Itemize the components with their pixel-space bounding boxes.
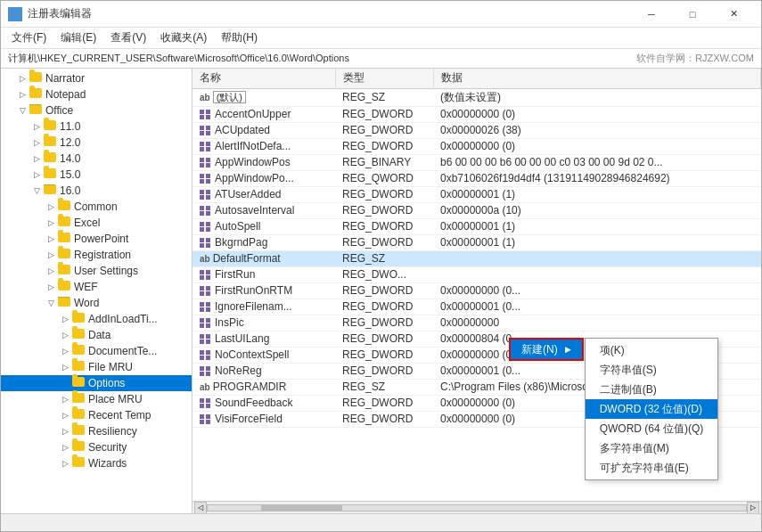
submenu-label: 二进制值(B): [600, 382, 657, 397]
svg-rect-59: [206, 340, 210, 344]
col-header-name[interactable]: 名称: [193, 69, 335, 88]
menu-help[interactable]: 帮助(H): [214, 29, 265, 47]
menu-file[interactable]: 文件(F): [4, 29, 53, 47]
cell-data: 0x00000000 (0): [433, 138, 761, 154]
submenu-item-expandable[interactable]: 可扩充字符串值(E): [586, 458, 718, 478]
tree-item-registration[interactable]: ▷ Registration: [1, 247, 192, 263]
svg-rect-71: [206, 404, 210, 408]
table-row[interactable]: abDefaultFormatREG_SZ: [193, 250, 761, 266]
tree-item-narrator[interactable]: ▷ Narrator: [1, 70, 192, 86]
table-row[interactable]: IgnoreFilenam...REG_DWORD0x00000001 (0..…: [193, 299, 761, 315]
tree-item-data[interactable]: ▷ Data: [1, 327, 192, 343]
svg-rect-64: [200, 366, 204, 371]
cell-data: 0x00000001 (0...: [433, 299, 761, 315]
svg-rect-24: [200, 190, 204, 194]
tree-toggle: ▷: [58, 360, 72, 374]
address-bar: 计算机\HKEY_CURRENT_USER\Software\Microsoft…: [1, 49, 761, 69]
minimize-button[interactable]: ─: [631, 1, 672, 28]
tree-item-options[interactable]: Options: [1, 375, 192, 391]
tree-item-documentte[interactable]: ▷ DocumentTe...: [1, 343, 192, 359]
svg-rect-46: [200, 291, 204, 296]
title-bar: 注册表编辑器 ─ □ ✕: [1, 1, 761, 28]
svg-rect-52: [200, 318, 204, 323]
table-row[interactable]: AppWindowPo...REG_QWORD0xb7106026f19d4df…: [193, 170, 761, 186]
svg-rect-54: [200, 323, 204, 328]
submenu-item-dword[interactable]: DWORD (32 位值)(D): [586, 399, 718, 419]
table-row[interactable]: FirstRunOnRTMREG_DWORD0x00000000 (0...: [193, 282, 761, 299]
tree-item-notepad[interactable]: ▷ Notepad: [1, 86, 192, 102]
folder-icon: [58, 297, 72, 309]
tree-label: Data: [88, 329, 111, 341]
tree-item-resiliency[interactable]: ▷ Resiliency: [1, 423, 192, 439]
tree-item-office[interactable]: ▽ Office: [1, 102, 192, 119]
cell-type: REG_DWORD: [335, 122, 433, 138]
new-menu-button[interactable]: 新建(N) ▶: [509, 338, 584, 361]
main-window: 注册表编辑器 ─ □ ✕ 文件(F) 编辑(E) 查看(V) 收藏夹(A) 帮助…: [0, 0, 762, 532]
table-row[interactable]: ACUpdatedREG_DWORD0x00000026 (38): [193, 122, 761, 138]
reg-icon: [200, 284, 215, 297]
submenu-item-binary[interactable]: 二进制值(B): [586, 380, 718, 399]
tree-item-12[interactable]: ▷ 12.0: [1, 135, 192, 151]
menu-view[interactable]: 查看(V): [103, 29, 153, 47]
tree-item-wef[interactable]: ▷ WEF: [1, 279, 192, 295]
tree-item-word[interactable]: ▽ Word: [1, 295, 192, 311]
tree-item-wizards[interactable]: ▷ Wizards: [1, 455, 192, 471]
maximize-button[interactable]: □: [672, 1, 713, 28]
scroll-right-btn[interactable]: ▷: [747, 502, 759, 514]
tree-toggle: ▷: [29, 135, 44, 150]
tree-item-placemru[interactable]: ▷ Place MRU: [1, 391, 192, 407]
cell-name-text: PROGRAMDIR: [213, 381, 287, 393]
folder-icon: [44, 152, 58, 165]
col-header-data[interactable]: 数据: [433, 69, 761, 88]
tree-toggle: ▽: [15, 103, 29, 118]
tree-item-11[interactable]: ▷ 11.0: [1, 119, 192, 135]
submenu-label: QWORD (64 位值)(Q): [600, 422, 704, 437]
tree-item-excel[interactable]: ▷ Excel: [1, 215, 192, 231]
table-row[interactable]: AccentOnUpperREG_DWORD0x00000000 (0): [193, 106, 761, 122]
submenu-item-qword[interactable]: QWORD (64 位值)(Q): [586, 419, 718, 438]
app-icon: [8, 7, 22, 21]
tree-panel[interactable]: ▷ Narrator ▷ Notepad ▽ Office ▷ 11.0 ▷: [1, 69, 193, 513]
cell-data: b6 00 00 00 b6 00 00 00 c0 03 00 00 9d 0…: [433, 154, 761, 170]
cell-type: REG_DWORD: [335, 331, 433, 347]
scroll-left-btn[interactable]: ◁: [194, 502, 207, 514]
scroll-track[interactable]: [207, 504, 747, 512]
svg-rect-10: [200, 131, 204, 135]
table-row[interactable]: AlertIfNotDefa...REG_DWORD0x00000000 (0): [193, 138, 761, 154]
submenu-item-string-key[interactable]: 项(K): [586, 340, 718, 360]
svg-rect-72: [200, 414, 204, 419]
horizontal-scrollbar[interactable]: ◁ ▷: [193, 501, 761, 513]
tree-item-14[interactable]: ▷ 14.0: [1, 151, 192, 167]
table-row[interactable]: ab(默认)REG_SZ(数值未设置): [193, 88, 761, 106]
tree-item-15[interactable]: ▷ 15.0: [1, 167, 192, 183]
tree-item-recenttemp[interactable]: ▷ Recent Temp: [1, 407, 192, 423]
tree-item-common[interactable]: ▷ Common: [1, 199, 192, 215]
table-row[interactable]: FirstRunREG_DWO...: [193, 266, 761, 282]
tree-item-filemru[interactable]: ▷ File MRU: [1, 359, 192, 375]
tree-item-ppt[interactable]: ▷ PowerPoint: [1, 231, 192, 247]
reg-icon: [200, 332, 215, 345]
submenu-item-string-value[interactable]: 字符串值(S): [586, 360, 718, 380]
svg-rect-9: [206, 126, 210, 130]
table-row[interactable]: ATUserAddedREG_DWORD0x00000001 (1): [193, 186, 761, 202]
cell-name-text: AccentOnUpper: [215, 108, 291, 120]
tree-item-16[interactable]: ▽ 16.0: [1, 183, 192, 199]
submenu-item-multistring[interactable]: 多字符串值(M): [586, 438, 718, 458]
tree-item-addinloadti[interactable]: ▷ AddInLoadTi...: [1, 311, 192, 327]
col-header-type[interactable]: 类型: [335, 69, 433, 88]
table-row[interactable]: AutoSpellREG_DWORD0x00000001 (1): [193, 218, 761, 234]
table-row[interactable]: BkgrndPagREG_DWORD0x00000001 (1): [193, 234, 761, 250]
submenu-label: 可扩充字符串值(E): [600, 461, 689, 476]
tree-item-security[interactable]: ▷ Security: [1, 439, 192, 455]
close-button[interactable]: ✕: [713, 1, 754, 28]
menu-edit[interactable]: 编辑(E): [53, 29, 103, 47]
menu-favorites[interactable]: 收藏夹(A): [153, 29, 214, 47]
table-row[interactable]: AutosaveIntervalREG_DWORD0x0000000a (10): [193, 202, 761, 218]
cell-type: REG_DWORD: [335, 234, 433, 250]
svg-rect-57: [206, 334, 210, 339]
tree-label: Recent Temp: [88, 409, 151, 422]
tree-item-usersettings[interactable]: ▷ User Settings: [1, 263, 192, 279]
table-row[interactable]: AppWindowPosREG_BINARYb6 00 00 00 b6 00 …: [193, 154, 761, 170]
table-row[interactable]: InsPicREG_DWORD0x00000000: [193, 315, 761, 331]
folder-icon: [72, 441, 86, 454]
